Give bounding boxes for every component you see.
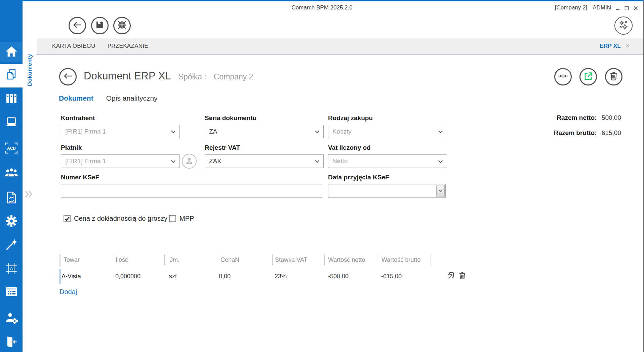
vat-od-select[interactable]: Netto: [328, 154, 447, 168]
cell-ilosc[interactable]: 0,000000: [115, 273, 140, 280]
col-towar[interactable]: Towar: [64, 256, 80, 263]
keypad-icon: [5, 286, 18, 298]
numer-ksef-input[interactable]: [61, 184, 322, 198]
logout-door-icon: [5, 335, 18, 350]
col-brutto[interactable]: Wartość brutto: [381, 256, 420, 263]
double-chevron-icon: [25, 193, 33, 199]
module-tab-dokumenty[interactable]: Dokumenty: [23, 50, 37, 90]
date-picker-button[interactable]: [436, 185, 445, 197]
company-value: Company 2: [214, 72, 253, 81]
ai-assistant-button[interactable]: [614, 16, 633, 35]
checkbox-box: [169, 215, 176, 222]
maximize-button[interactable]: [624, 6, 629, 10]
seria-label: Seria dokumentu: [205, 114, 256, 122]
tab-karta-obiegu[interactable]: KARTA OBIEGU: [52, 43, 95, 49]
cell-brutto[interactable]: -615,00: [381, 273, 402, 280]
numer-ksef-label: Numer KSeF: [61, 174, 99, 181]
chevron-down-icon: [315, 159, 319, 163]
cell-cenan[interactable]: 0,00: [219, 273, 231, 280]
window-title: Comarch BPM 2025.2.0: [291, 4, 352, 11]
person-icon: [185, 156, 194, 166]
open-in-erp-button[interactable]: [579, 68, 597, 85]
sidebar-item-numerators[interactable]: [0, 282, 23, 303]
sidebar-item-settings[interactable]: [0, 212, 23, 232]
platnik-select[interactable]: [FIR1] Firma 1: [61, 154, 180, 168]
rodzaj-label: Rodzaj zakupu: [328, 114, 373, 122]
checkbox-mpp[interactable]: MPP: [169, 215, 194, 222]
document-sync-icon: [6, 191, 17, 205]
sidebar-item-acd[interactable]: ACD: [0, 139, 23, 159]
acd-scan-icon: ACD: [5, 142, 18, 155]
frame-a-letter: A: [10, 266, 13, 271]
trash-icon: [610, 72, 617, 82]
cell-stawka[interactable]: 23%: [275, 273, 287, 280]
col-jm[interactable]: Jm.: [170, 256, 179, 263]
sidebar-item-substitutions[interactable]: A: [0, 259, 23, 279]
delete-document-button[interactable]: [605, 68, 622, 85]
current-user[interactable]: ADMIN: [593, 4, 611, 11]
close-button[interactable]: [633, 6, 638, 10]
sidebar-item-home[interactable]: [0, 42, 23, 62]
checkmark-icon: [65, 216, 70, 221]
kontrahent-select[interactable]: [FIR1] Firma 1: [61, 125, 180, 138]
frame-a-icon: A: [5, 262, 18, 276]
cell-netto[interactable]: -500,00: [328, 273, 349, 280]
sidebar-item-document-exchange[interactable]: [0, 188, 23, 208]
sidebar-item-administration[interactable]: [0, 309, 23, 329]
laptop-icon: [5, 117, 18, 129]
edit-copy-icon: [447, 275, 454, 281]
column-divider: [272, 255, 273, 265]
sidebar-item-workstation[interactable]: [0, 113, 23, 133]
seria-select[interactable]: ZA: [205, 125, 324, 138]
platnik-person-button[interactable]: [182, 154, 197, 169]
cell-towar[interactable]: A-Vista: [62, 273, 81, 280]
col-ilosc[interactable]: Ilość: [116, 256, 128, 263]
column-divider: [113, 255, 113, 265]
collapse-arrows-icon: [118, 21, 126, 31]
rejestr-select[interactable]: ZAK: [205, 154, 324, 168]
user-gear-icon: [5, 312, 18, 325]
cell-jm[interactable]: szt.: [169, 273, 178, 280]
data-ksef-input[interactable]: [328, 184, 446, 198]
page-back-button[interactable]: [59, 68, 77, 85]
add-item-link[interactable]: Dodaj: [59, 288, 77, 296]
total-brutto: Razem brutto:-615,00: [554, 129, 621, 137]
tab-close-icon[interactable]: [626, 43, 630, 49]
col-netto[interactable]: Wartość netto: [328, 256, 365, 263]
total-brutto-label: Razem brutto:: [554, 129, 597, 136]
chevron-down-icon: [439, 189, 442, 192]
merge-document-button[interactable]: [554, 68, 572, 85]
tab-dokument[interactable]: Dokument: [59, 94, 93, 102]
collapse-button[interactable]: [113, 17, 131, 34]
sidebar-item-documents[interactable]: [0, 64, 23, 87]
row-edit-button[interactable]: [447, 272, 454, 281]
rodzaj-select[interactable]: Koszty: [328, 125, 447, 138]
app-window: Comarch BPM 2025.2.0 [Company 2] ADMIN: [0, 0, 644, 352]
sidebar-expander[interactable]: [25, 190, 33, 199]
save-button[interactable]: [91, 17, 109, 34]
row-delete-button[interactable]: [459, 272, 466, 281]
tab-przekazanie[interactable]: PRZEKAZANIE: [108, 43, 148, 49]
col-cenan[interactable]: CenaN: [220, 256, 239, 263]
back-button[interactable]: [69, 17, 86, 34]
sidebar: ACD: [0, 0, 23, 352]
minimize-button[interactable]: [615, 6, 620, 10]
documents-icon: [5, 68, 18, 83]
save-floppy-icon: [96, 21, 104, 30]
merge-arrows-icon: [558, 73, 568, 81]
tab-erp-xl[interactable]: ERP XL: [600, 43, 621, 49]
back-arrow-icon: [64, 73, 72, 80]
company-label: Spółka :: [178, 72, 206, 81]
seria-value: ZA: [209, 128, 217, 135]
table-header-indicator: [59, 254, 61, 267]
sidebar-item-wizard[interactable]: [0, 235, 23, 255]
col-stawka[interactable]: Stawka VAT: [275, 256, 307, 263]
tab-opis-analityczny[interactable]: Opis analityczny: [106, 94, 158, 102]
sidebar-item-logout[interactable]: [0, 332, 23, 352]
rejestr-value: ZAK: [209, 157, 222, 165]
kontrahent-value: [FIR1] Firma 1: [65, 128, 106, 135]
checkbox-cena-groszy[interactable]: Cena z dokładnością do groszy: [64, 215, 167, 222]
total-brutto-value: -615,00: [600, 129, 621, 136]
sidebar-item-archives[interactable]: [0, 89, 23, 109]
sidebar-item-contractors[interactable]: [0, 163, 23, 183]
